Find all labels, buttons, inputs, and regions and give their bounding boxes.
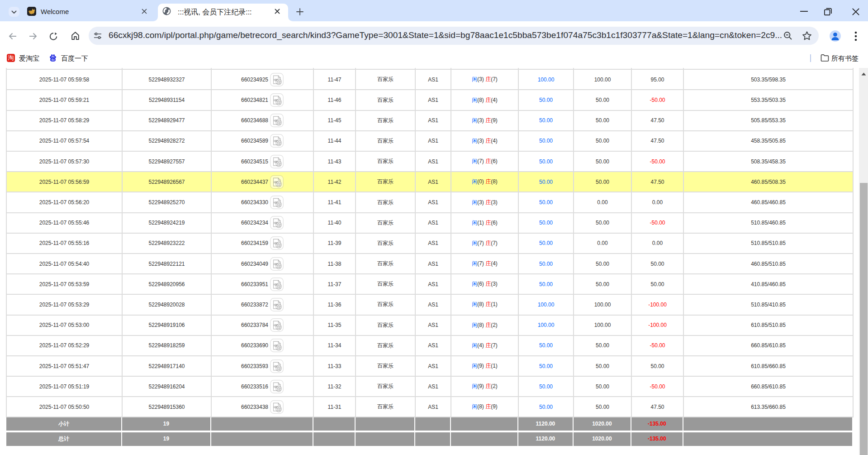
svg-text:du: du [51,58,55,61]
